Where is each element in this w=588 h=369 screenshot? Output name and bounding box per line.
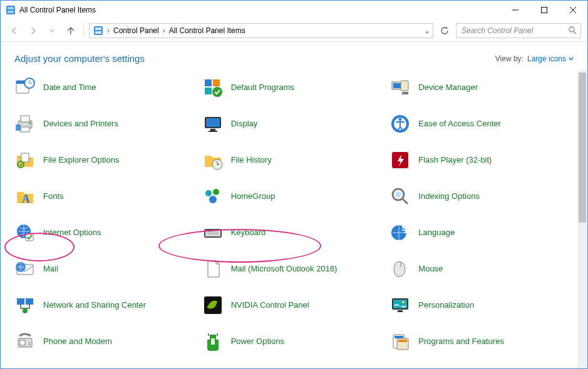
cp-item-power-options[interactable]: Power Options [202, 328, 384, 355]
cp-item-date-and-time[interactable]: Date and Time [14, 74, 196, 101]
cp-item-label: Flash Player (32-bit) [418, 155, 492, 165]
cp-item-nvidia-control-panel[interactable]: NVIDIA Control Panel [202, 291, 384, 319]
cp-item-device-manager[interactable]: Device Manager [389, 74, 571, 101]
up-button[interactable] [63, 23, 78, 38]
phone-icon [14, 331, 36, 352]
page-icon [202, 258, 224, 280]
svg-line-11 [574, 31, 576, 34]
svg-point-69 [29, 342, 30, 343]
folder-history-icon [202, 149, 224, 171]
monitor-icon [202, 113, 224, 134]
svg-rect-31 [206, 118, 220, 127]
cp-item-label: Default Programs [231, 83, 294, 93]
cp-item-language[interactable]: 字Language [389, 219, 571, 246]
chevron-right-icon[interactable]: › [162, 26, 167, 35]
cp-item-label: Internet Options [43, 228, 101, 238]
cp-item-label: Phone and Modem [43, 336, 112, 346]
flash-icon [389, 149, 411, 171]
svg-rect-4 [542, 8, 547, 13]
svg-point-10 [569, 27, 574, 32]
maximize-button[interactable] [530, 1, 559, 19]
forward-button[interactable] [26, 23, 41, 38]
search-input[interactable] [460, 26, 577, 36]
cp-item-phone-and-modem[interactable]: Phone and Modem [14, 328, 196, 355]
chevron-down-icon [569, 56, 574, 61]
cp-item-label: RemoteApp and Desktop Connections [418, 368, 525, 368]
address-root-icon[interactable] [91, 24, 106, 38]
svg-point-70 [29, 344, 30, 345]
svg-rect-33 [209, 131, 217, 132]
cp-item-personalization[interactable]: Personalization [389, 291, 571, 319]
chevron-right-icon[interactable]: › [106, 26, 111, 35]
svg-rect-75 [398, 340, 407, 342]
cp-item-indexing-options[interactable]: Indexing Options [389, 183, 571, 210]
cp-item-mouse[interactable]: Mouse [389, 255, 571, 283]
cp-item-display[interactable]: Display [202, 110, 384, 138]
recovery-icon [14, 367, 36, 368]
cp-item-homegroup[interactable]: HomeGroup [202, 183, 384, 210]
cp-item-remoteapp[interactable]: RemoteApp and Desktop Connections [389, 364, 571, 368]
close-button[interactable] [559, 1, 587, 19]
programs-icon [389, 331, 411, 352]
svg-point-44 [209, 196, 217, 203]
cp-item-flash-player[interactable]: Flash Player (32-bit) [389, 146, 571, 174]
cp-item-label: NVIDIA Control Panel [231, 300, 309, 310]
cp-item-ease-of-access[interactable]: Ease of Access Center [389, 110, 571, 138]
search-icon[interactable] [569, 26, 577, 34]
cp-item-network-sharing[interactable]: Network and Sharing Center [14, 291, 196, 319]
cp-item-label: Ease of Access Center [418, 119, 501, 129]
address-history-dropdown-icon[interactable]: ⌄ [423, 26, 431, 35]
cp-item-label: Fonts [43, 191, 64, 201]
svg-rect-19 [205, 88, 212, 94]
cp-item-mail[interactable]: Mail [14, 255, 196, 283]
vertical-scrollbar[interactable] [577, 70, 587, 368]
keyboard-icon [202, 222, 224, 243]
breadcrumb-item-1[interactable]: All Control Panel Items [167, 24, 248, 38]
cp-item-fonts[interactable]: AFonts [14, 183, 196, 210]
address-bar[interactable]: › Control Panel › All Control Panel Item… [89, 23, 433, 38]
svg-point-43 [213, 189, 219, 195]
refresh-button[interactable] [437, 23, 452, 38]
svg-rect-2 [8, 11, 14, 13]
search-box[interactable] [456, 23, 581, 38]
cp-item-default-programs[interactable]: Default Programs [202, 74, 384, 101]
minimize-button[interactable] [501, 1, 530, 19]
homegroup-icon [202, 186, 224, 207]
cp-item-internet-options[interactable]: Internet Options [14, 219, 196, 246]
cp-item-programs-features[interactable]: Programs and Features [389, 328, 571, 355]
viewby-dropdown[interactable]: Large icons [527, 54, 574, 63]
power-icon [202, 331, 224, 352]
svg-point-61 [23, 308, 28, 313]
cp-item-keyboard[interactable]: Keyboard [202, 219, 384, 246]
svg-rect-9 [95, 31, 101, 34]
back-button[interactable] [7, 23, 22, 38]
cp-item-label: Mail (Microsoft Outlook 2016) [231, 264, 338, 274]
clock-calendar-icon [14, 77, 36, 98]
cp-item-mail-outlook[interactable]: Mail (Microsoft Outlook 2016) [202, 255, 384, 283]
svg-point-65 [402, 301, 405, 303]
cp-item-file-history[interactable]: File History [202, 146, 384, 174]
apps-check-icon [202, 77, 224, 98]
items-grid: Date and TimeDefault ProgramsDevice Mana… [1, 70, 587, 368]
cp-item-region[interactable]: Region [202, 364, 384, 368]
svg-rect-59 [17, 298, 24, 305]
svg-rect-51 [205, 230, 220, 236]
cp-item-devices-and-printers[interactable]: Devices and Printers [14, 110, 196, 138]
cp-item-label: File History [231, 155, 272, 165]
cp-item-file-explorer-options[interactable]: File Explorer Options [14, 146, 196, 174]
viewby-label: View by: [495, 54, 524, 63]
search-icon [389, 186, 411, 207]
recent-dropdown-icon[interactable] [44, 23, 59, 38]
personalize-icon [389, 295, 411, 316]
scrollbar-thumb[interactable] [579, 73, 586, 223]
breadcrumb-item-0[interactable]: Control Panel [111, 24, 162, 38]
cp-item-label: File Explorer Options [43, 155, 119, 165]
svg-rect-23 [401, 81, 408, 91]
access-icon [389, 113, 411, 134]
control-panel-window: All Control Panel Items › Control Panel … [0, 0, 588, 369]
cp-item-recovery[interactable]: Recovery [14, 364, 196, 368]
cp-item-label: Power Options [231, 336, 284, 346]
printer-icon [14, 113, 36, 134]
svg-rect-22 [393, 83, 401, 88]
svg-rect-71 [211, 338, 215, 345]
